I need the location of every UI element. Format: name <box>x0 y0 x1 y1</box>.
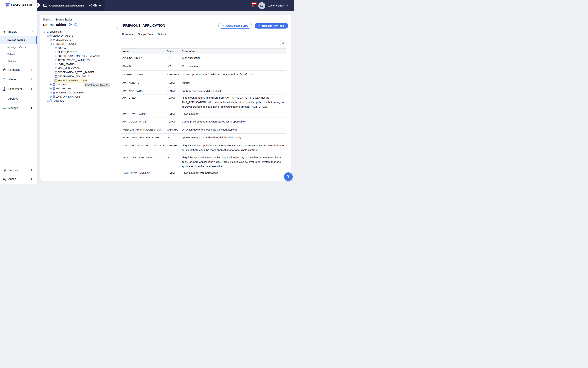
svg-text:?: ? <box>70 23 71 25</box>
